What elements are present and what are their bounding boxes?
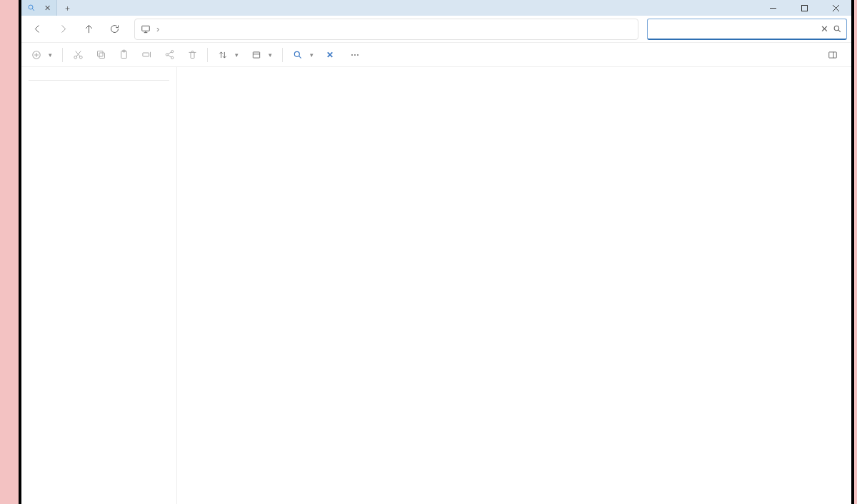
search-options-button[interactable]: ▾: [287, 45, 319, 65]
back-button[interactable]: [26, 19, 49, 39]
chevron-right-icon: ›: [156, 24, 159, 34]
chevron-down-icon: ▾: [310, 51, 314, 59]
svg-rect-20: [97, 51, 103, 57]
svg-point-34: [294, 51, 299, 56]
more-button[interactable]: ⋯: [344, 45, 366, 65]
share-button[interactable]: [159, 45, 180, 65]
monitor-icon: [141, 24, 151, 34]
new-button[interactable]: ▾: [26, 45, 58, 65]
refresh-button[interactable]: [103, 19, 126, 39]
svg-line-35: [299, 56, 301, 58]
svg-point-0: [29, 5, 33, 9]
clear-search-icon[interactable]: ✕: [821, 24, 828, 34]
svg-rect-36: [829, 51, 837, 57]
forward-button[interactable]: [51, 19, 74, 39]
delete-button[interactable]: [181, 45, 203, 65]
close-icon: ✕: [326, 50, 334, 60]
rename-button[interactable]: [136, 45, 157, 65]
chevron-down-icon: ▾: [235, 51, 239, 59]
sidebar: [21, 67, 177, 504]
address-bar[interactable]: ›: [134, 19, 638, 40]
minimize-button[interactable]: [757, 0, 788, 16]
svg-line-1: [32, 9, 34, 11]
up-button[interactable]: [77, 19, 100, 39]
toolbar: ▾ ▾ ▾: [21, 43, 851, 67]
search-input[interactable]: [652, 24, 816, 34]
sort-button[interactable]: ▾: [212, 45, 244, 65]
chevron-down-icon: ▾: [269, 51, 272, 59]
svg-rect-23: [142, 53, 149, 56]
navbar: › ✕: [21, 16, 851, 43]
results-grid: [177, 67, 851, 504]
window-tab[interactable]: ✕: [21, 0, 57, 16]
close-tab-icon[interactable]: ✕: [44, 4, 51, 13]
close-search-button[interactable]: ✕: [321, 45, 343, 65]
svg-line-11: [838, 29, 841, 31]
svg-rect-19: [99, 53, 105, 59]
svg-line-17: [76, 51, 81, 57]
search-icon[interactable]: [833, 24, 842, 34]
titlebar: ✕ ＋: [21, 0, 851, 16]
chevron-down-icon: ▾: [49, 51, 52, 59]
sidebar-divider: [29, 80, 169, 81]
svg-line-28: [168, 52, 171, 54]
search-options-icon: [293, 50, 303, 60]
new-tab-button[interactable]: ＋: [57, 0, 77, 16]
search-box[interactable]: ✕: [647, 19, 847, 40]
svg-rect-7: [142, 26, 150, 31]
svg-line-18: [75, 51, 79, 57]
maximize-button[interactable]: [788, 0, 820, 16]
svg-rect-3: [801, 5, 807, 11]
copy-button[interactable]: [90, 45, 111, 65]
details-pane-button[interactable]: [822, 45, 847, 65]
view-button[interactable]: ▾: [246, 45, 278, 65]
cut-button[interactable]: [67, 45, 89, 65]
svg-rect-32: [253, 51, 259, 57]
svg-line-29: [168, 55, 171, 57]
close-window-button[interactable]: [820, 0, 851, 16]
search-icon: [27, 4, 36, 12]
paste-button[interactable]: [113, 45, 134, 65]
svg-point-10: [834, 26, 839, 31]
